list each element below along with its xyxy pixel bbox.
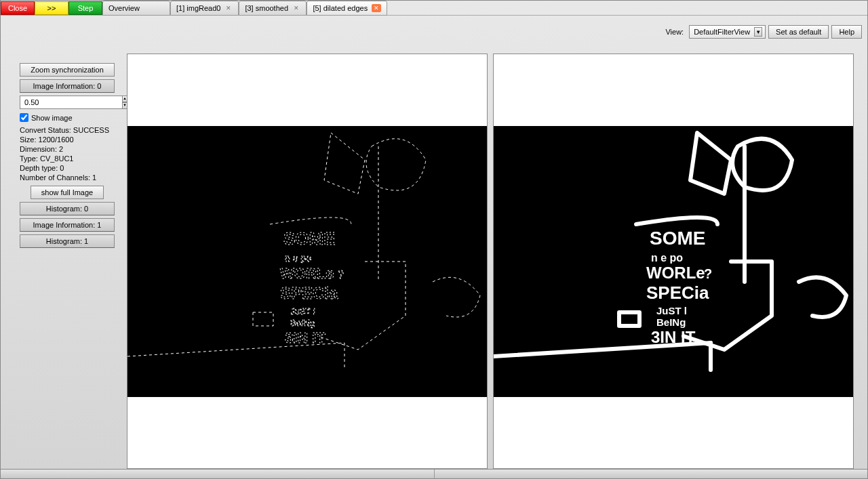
svg-text:?: ? [338,269,344,280]
tab-label: [1] imgRead0 [176,4,220,12]
svg-text:SPECia: SPECia [280,284,338,302]
svg-text:?: ? [704,266,712,281]
svg-text:3IN IT: 3IN IT [651,328,696,346]
tab-overview[interactable]: Overview [102,1,170,16]
image-info-0-panel[interactable]: Image Information: 0 [20,79,115,93]
info-num-channels: Number of Channels: 1 [20,173,120,182]
scale-input-group: ▲ ▼ [20,96,115,109]
svg-text:SPECia: SPECia [646,283,709,303]
tab-label: [5] dilated edges [313,4,368,12]
edge-image-thin: SOME n e po WORLe SPECia JuST l BeINg 3I… [127,126,487,397]
view-select-value: DefaultFilterView [694,28,750,36]
close-button[interactable]: Close [1,1,35,15]
show-image-checkbox[interactable]: Show image [20,113,120,122]
image-canvas-right[interactable]: SOME n e po WORLe SPECia JuST l BeINg 3I… [494,54,853,468]
show-full-image-button[interactable]: show full Image [31,186,104,199]
svg-text:WORLe: WORLe [280,265,334,282]
info-depth-type: Depth type: 0 [20,164,120,172]
info-convert-status: Convert Status: SUCCESS [20,126,120,134]
edge-image-dilated: SOME n e po WORLe SPECia JuST l BeINg 3I… [494,126,853,397]
step-button[interactable]: Step [68,1,102,15]
status-bar [1,469,867,478]
svg-text:n  e po: n e po [285,253,311,264]
histogram-0-panel[interactable]: Histogram: 0 [20,202,115,215]
svg-text:SOME: SOME [650,228,705,249]
image-info-list: Convert Status: SUCCESS Size: 1200/1600 … [20,126,120,182]
scale-input[interactable] [20,96,123,109]
image-canvas-left[interactable]: SOME n e po WORLe SPECia JuST l BeINg 3I… [127,54,487,468]
info-dimension: Dimension: 2 [20,145,120,153]
close-icon[interactable]: ✕ [372,4,381,12]
image-views: SOME n e po WORLe SPECia JuST l BeINg 3I… [127,54,867,478]
fast-forward-button[interactable]: >> [35,1,68,15]
tab-label: [3] smoothed [245,4,288,12]
svg-text:BeINg: BeINg [656,316,686,328]
sidebar: Zoom synchronization Image Information: … [1,54,127,478]
image-view-left: SOME n e po WORLe SPECia JuST l BeINg 3I… [127,54,488,478]
svg-text:JuST l: JuST l [656,305,687,316]
view-label: View: [665,28,684,36]
chevron-down-icon: ▼ [754,27,762,37]
svg-text:3IN IT: 3IN IT [285,329,326,346]
svg-text:SOME: SOME [283,228,336,249]
show-image-label: Show image [31,114,73,122]
tab-dilated-edges[interactable]: [5] dilated edges ✕ [307,1,387,16]
histogram-1-panel[interactable]: Histogram: 1 [20,234,115,248]
tab-smoothed[interactable]: [3] smoothed ✕ [239,1,307,16]
help-button[interactable]: Help [831,25,862,39]
tab-label: Overview [108,4,140,12]
image-info-1-panel[interactable]: Image Information: 1 [20,218,115,232]
app-window: Close >> Step Overview [1] imgRead0 ✕ [3… [0,0,868,479]
show-image-checkbox-input[interactable] [20,113,28,122]
zoom-sync-button[interactable]: Zoom synchronization [20,63,115,77]
image-view-right: SOME n e po WORLe SPECia JuST l BeINg 3I… [493,54,854,478]
svg-text:BeINg: BeINg [290,318,315,328]
close-icon[interactable]: ✕ [292,4,300,12]
view-toolbar: View: DefaultFilterView ▼ Set as default… [665,25,862,39]
info-size: Size: 1200/1600 [20,136,120,144]
close-icon[interactable]: ✕ [224,4,233,12]
tab-imgread0[interactable]: [1] imgRead0 ✕ [170,1,239,16]
set-as-default-button[interactable]: Set as default [768,25,829,39]
svg-text:JuST l: JuST l [290,306,315,316]
info-type: Type: CV_8UC1 [20,154,120,163]
svg-text:n  e po: n e po [651,252,683,264]
tab-bar: Overview [1] imgRead0 ✕ [3] smoothed ✕ [… [102,1,387,16]
view-select[interactable]: DefaultFilterView ▼ [689,25,766,39]
svg-text:WORLe: WORLe [646,264,705,282]
content-area: Zoom synchronization Image Information: … [1,54,867,478]
top-toolbar: Close >> Step Overview [1] imgRead0 ✕ [3… [1,1,867,16]
